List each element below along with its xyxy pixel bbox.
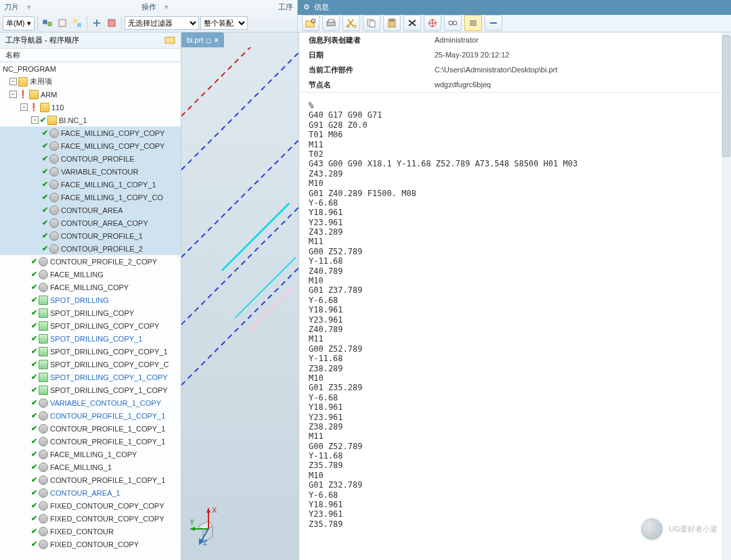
menu-item[interactable]: 操作 (141, 2, 156, 12)
tree-op-node[interactable]: ✔CONTOUR_PROFILE_2_COPY (0, 255, 181, 268)
tree-op-node[interactable]: ✔SPOT_DRILLING_COPY_COPY_1 (0, 345, 181, 358)
menu-item[interactable]: 刀片 (4, 2, 19, 12)
op-label: FACE_MILLING_COPY (50, 283, 129, 291)
tree-op-node[interactable]: ✔FACE_MILLING_1 (0, 461, 181, 473)
op-icon (39, 360, 48, 369)
print-icon[interactable] (322, 15, 340, 31)
menu-button[interactable]: 单(M) ▾ (3, 16, 35, 30)
check-icon: ✔ (42, 167, 48, 176)
check-icon: ✔ (31, 283, 37, 291)
op-label: SPOT_DRILLING_COPY_1 (50, 335, 142, 343)
tree-op-node[interactable]: ✔FACE_MILLING_COPY_COPY (0, 126, 181, 139)
toolbar-icon[interactable] (56, 16, 69, 30)
tree-op-node[interactable]: ✔CONTOUR_PROFILE (0, 152, 181, 165)
tree-op-node[interactable]: ✔CONTOUR_PROFILE_2 (0, 242, 181, 255)
tree-op-node[interactable]: ✔VARIABLE_CONTOUR (0, 165, 181, 178)
tree-node-root[interactable]: NC_PROGRAM (0, 62, 181, 75)
tree-op-node[interactable]: ✔SPOT_DRILLING_COPY_1_COPY (0, 371, 181, 383)
scrollbar-vertical[interactable] (722, 32, 731, 560)
op-label: FACE_MILLING_1_COPY_CO (61, 193, 163, 202)
axis-triad-icon: X Y Z (188, 506, 229, 546)
tree-op-node[interactable]: ✔CONTOUR_PROFILE_1 (0, 229, 181, 242)
op-label: SPOT_DRILLING_COPY_COPY_1 (50, 348, 168, 356)
op-icon (49, 180, 59, 189)
open-icon[interactable] (302, 15, 319, 31)
tree-op-node[interactable]: ✔FACE_MILLING_COPY (0, 281, 181, 294)
check-icon: ✔ (31, 411, 37, 420)
toolbar-icon[interactable] (90, 16, 104, 30)
tree-op-node[interactable]: ✔CONTOUR_AREA_COPY (0, 216, 181, 229)
svg-line-26 (222, 204, 289, 271)
svg-rect-5 (108, 20, 115, 26)
toolbar-icon[interactable] (41, 16, 54, 30)
svg-rect-15 (390, 19, 394, 21)
tree-op-node[interactable]: ✔CONTOUR_AREA (0, 204, 181, 216)
toolbar-icon[interactable] (105, 16, 118, 30)
op-label: SPOT_DRILLING_COPY_COPY (50, 322, 159, 330)
list-icon[interactable] (464, 15, 482, 31)
top-left: 刀片 ▾ 操作 ▾ 工序 单(M) ▾ 无选择过滤器 整个装配 (0, 0, 298, 32)
tree-op-node[interactable]: ✔CONTOUR_PROFILE_1_COPY_1 (0, 409, 181, 422)
tree-op-node[interactable]: ✔FIXED_CONTOUR (0, 525, 181, 538)
op-label: VARIABLE_CONTOUR_1_COPY (50, 399, 161, 407)
viewport[interactable]: bi.prt ◻ × X Y Z (181, 32, 299, 560)
svg-line-28 (248, 287, 292, 331)
target-icon[interactable] (424, 15, 441, 31)
op-label: CONTOUR_PROFILE_2 (61, 245, 143, 253)
tree-op-node[interactable]: ✔FIXED_CONTOUR_COPY (0, 538, 181, 551)
copy-icon[interactable] (363, 15, 380, 31)
folder-icon (29, 90, 39, 99)
tree-op-node[interactable]: ✔FIXED_CONTOUR_COPY_COPY (0, 512, 181, 525)
tree-node-110[interactable]: −❗110 (0, 101, 181, 114)
minimize-icon[interactable] (485, 15, 502, 31)
scene-3d[interactable] (181, 47, 298, 560)
tree-node-binc[interactable]: −✔BI.NC_1 (0, 114, 181, 126)
tree-op-node[interactable]: ✔CONTOUR_PROFILE_1_COPY_1 (0, 422, 181, 435)
tree-op-node[interactable]: ✔SPOT_DRILLING_COPY_1 (0, 332, 181, 345)
tab-pin-icon[interactable]: ◻ (206, 37, 211, 44)
tree-op-node[interactable]: ✔VARIABLE_CONTOUR_1_COPY (0, 396, 181, 409)
link-icon[interactable] (444, 15, 462, 31)
tree-op-node[interactable]: ✔SPOT_DRILLING (0, 294, 181, 306)
tree-op-node[interactable]: ✔CONTOUR_PROFILE_1_COPY_1 (0, 435, 181, 448)
tree-node-unused[interactable]: −未用项 (0, 75, 181, 88)
tree-op-node[interactable]: ✔CONTOUR_AREA_1 (0, 486, 181, 499)
toolbar-icon[interactable] (70, 16, 84, 30)
tree-op-node[interactable]: ✔SPOT_DRILLING_COPY (0, 306, 181, 319)
paste-icon[interactable] (383, 15, 401, 31)
delete-icon[interactable] (403, 15, 421, 31)
svg-rect-0 (43, 20, 47, 24)
tree-op-node[interactable]: ✔FACE_MILLING_1_COPY_CO (0, 191, 181, 204)
tree-op-node[interactable]: ✔FACE_MILLING_1_COPY (0, 448, 181, 461)
assembly-select[interactable]: 整个装配 (200, 16, 248, 30)
meta-value: 25-May-2019 20:12:12 (435, 51, 510, 59)
tree-op-node[interactable]: ✔SPOT_DRILLING_COPY_COPY_C (0, 358, 181, 371)
tree-op-node[interactable]: ✔FACE_MILLING_COPY_COPY (0, 139, 181, 152)
column-header[interactable]: 名称 (0, 49, 181, 62)
check-icon: ✔ (31, 527, 37, 536)
op-icon (39, 540, 48, 549)
check-icon: ✔ (42, 218, 48, 227)
operation-tree[interactable]: NC_PROGRAM −未用项 −❗ARM −❗110 −✔BI.NC_1 ✔F… (0, 62, 181, 560)
scroll-thumb[interactable] (722, 35, 730, 157)
op-label: CONTOUR_PROFILE_1_COPY_1 (50, 412, 165, 420)
tree-node-arm[interactable]: −❗ARM (0, 88, 181, 101)
svg-text:Y: Y (190, 518, 195, 526)
menu-item[interactable]: 工序 (278, 2, 293, 12)
tree-op-node[interactable]: ✔SPOT_DRILLING_COPY_COPY (0, 319, 181, 332)
tree-op-node[interactable]: ✔SPOT_DRILLING_COPY_1_COPY (0, 383, 181, 396)
gcode-listing[interactable]: % G40 G17 G90 G71 G91 G28 Z0.0 T01 M06 M… (299, 93, 731, 560)
close-icon[interactable]: × (214, 36, 218, 44)
file-tab[interactable]: bi.prt ◻ × (181, 32, 224, 47)
tree-op-node[interactable]: ✔FIXED_CONTOUR_COPY_COPY (0, 499, 181, 512)
meta-row: 日期25-May-2019 20:12:12 (299, 47, 731, 62)
tree-op-node[interactable]: ✔CONTOUR_PROFILE_1_COPY_1 (0, 473, 181, 486)
folder-icon[interactable] (164, 36, 175, 45)
svg-text:Z: Z (203, 538, 208, 546)
op-icon (39, 463, 48, 472)
op-icon (39, 437, 48, 446)
tree-op-node[interactable]: ✔FACE_MILLING (0, 268, 181, 281)
filter-select[interactable]: 无选择过滤器 (125, 16, 199, 30)
tree-op-node[interactable]: ✔FACE_MILLING_1_COPY_1 (0, 178, 181, 191)
cut-icon[interactable] (342, 15, 360, 31)
